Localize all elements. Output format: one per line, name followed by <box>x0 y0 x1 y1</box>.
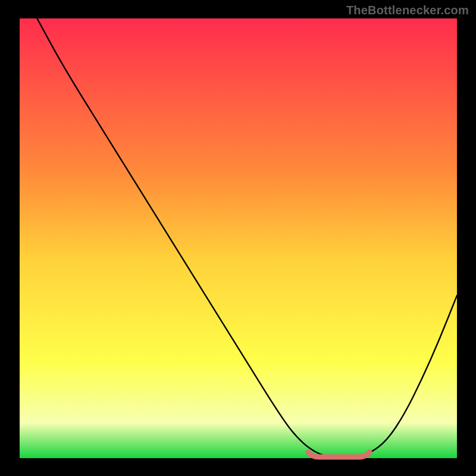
plot-background <box>20 18 457 458</box>
chart-stage: TheBottleneсker.com <box>0 0 476 476</box>
watermark-text: TheBottleneсker.com <box>346 4 469 17</box>
bottleneck-chart <box>0 0 476 476</box>
